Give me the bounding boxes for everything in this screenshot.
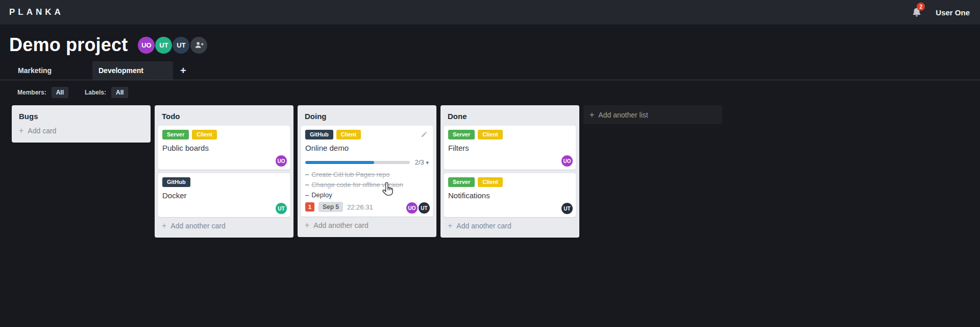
task-dash: – [305, 171, 309, 178]
task-list: –Create GitHub Pages repo–Change code fo… [305, 171, 429, 199]
board: Bugs+Add cardTodoServerClientPublic boar… [0, 104, 980, 327]
card-members: UO [560, 155, 573, 167]
card-member-avatar[interactable]: UT [561, 203, 573, 214]
list-todo: TodoServerClientPublic boardsUOGitHubDoc… [155, 105, 293, 238]
tasks-progress: 2/3 ▾ [305, 158, 429, 166]
user-menu[interactable]: User One [936, 8, 970, 17]
card-name: Notifications [448, 191, 572, 200]
task-item[interactable]: –Change code for offline version [305, 181, 429, 189]
list-title[interactable]: Bugs [15, 105, 147, 126]
card-notification-badge: 1 [305, 202, 314, 212]
tasks-count-toggle[interactable]: 2/3 ▾ [415, 158, 429, 166]
card-labels: ServerClient [448, 177, 572, 187]
add-card-label: Add another card [456, 222, 511, 230]
card-members: UT [560, 203, 573, 214]
notifications-button[interactable]: 2 [911, 6, 922, 18]
top-bar: PLANKA 2 User One [0, 0, 980, 25]
task-text: Create GitHub Pages repo [311, 171, 389, 178]
project-member-avatar[interactable]: UT [155, 37, 172, 54]
app-logo[interactable]: PLANKA [9, 7, 64, 17]
card-member-avatar[interactable]: UO [276, 155, 287, 167]
members-filter-value[interactable]: All [52, 87, 68, 98]
add-list-button[interactable]: +Add another list [583, 105, 722, 124]
task-text: Change code for offline version [311, 181, 403, 189]
tab-marketing[interactable]: Marketing [12, 61, 92, 80]
labels-filter-value[interactable]: All [111, 87, 128, 98]
tabs-container: MarketingDevelopment [12, 61, 173, 80]
list-title[interactable]: Todo [158, 105, 290, 126]
pencil-icon [421, 131, 428, 138]
plus-icon: + [448, 222, 452, 230]
label-chip[interactable]: Client [478, 130, 503, 139]
label-chip[interactable]: GitHub [162, 177, 190, 187]
card-member-avatar[interactable]: UO [561, 155, 573, 167]
card-members: UT [275, 203, 287, 214]
progress-bar [305, 161, 410, 164]
members-filter-label: Members: [17, 89, 46, 96]
task-item[interactable]: –Deploy [305, 191, 429, 199]
list-doing: DoingGitHubClientOnline demo2/3 ▾–Create… [298, 105, 436, 237]
card-members: UO [275, 155, 287, 167]
label-chip[interactable]: Client [336, 130, 361, 139]
project-header: Demo project UOUTUT [0, 25, 980, 58]
card-members: UOUT [405, 202, 430, 214]
task-text: Deploy [311, 191, 332, 199]
add-member-button[interactable] [190, 37, 207, 54]
progress-bar-fill [305, 161, 374, 164]
timer-badge[interactable]: 22:26:31 [347, 203, 373, 211]
tab-development[interactable]: Development [92, 61, 173, 80]
label-chip[interactable]: Server [448, 130, 475, 139]
chevron-down-icon: ▾ [426, 159, 429, 166]
planka-app: PLANKA 2 User One Demo project UOUTUT Ma… [0, 0, 980, 327]
list-done: DoneServerClientFiltersUOServerClientNot… [440, 105, 579, 238]
add-card-button[interactable]: +Add another card [301, 220, 372, 237]
due-date-badge[interactable]: Sep 5 [318, 202, 343, 212]
task-dash: – [305, 181, 309, 189]
list-bugs: Bugs+Add card [12, 105, 151, 143]
filters-bar: Members: All Labels: All [0, 87, 980, 98]
card-name: Filters [448, 144, 572, 152]
card-name: Online demo [305, 144, 429, 152]
add-card-button[interactable]: +Add another card [158, 221, 229, 238]
edit-card-button[interactable] [420, 130, 429, 141]
card-labels: ServerClient [448, 130, 572, 139]
topbar-right: 2 User One [911, 6, 970, 18]
labels-filter-label: Labels: [85, 89, 106, 96]
add-list-label: Add another list [598, 111, 648, 119]
plus-icon: + [305, 221, 309, 229]
card-member-avatar[interactable]: UT [276, 203, 287, 214]
tabs-divider [0, 80, 980, 80]
list-title[interactable]: Doing [301, 105, 433, 126]
card[interactable]: ServerClientPublic boardsUO [158, 126, 290, 170]
project-title[interactable]: Demo project [9, 34, 128, 56]
card[interactable]: GitHubClientOnline demo2/3 ▾–Create GitH… [301, 126, 433, 217]
card-member-avatar[interactable]: UO [406, 202, 418, 214]
add-card-label: Add card [28, 127, 56, 135]
notification-count-badge: 2 [917, 3, 925, 11]
add-card-button[interactable]: +Add another card [444, 221, 515, 238]
card-labels: GitHubClient [305, 130, 429, 139]
label-chip[interactable]: Server [448, 177, 475, 187]
add-card-button[interactable]: +Add card [15, 126, 60, 143]
label-chip[interactable]: GitHub [305, 130, 333, 139]
card[interactable]: ServerClientNotificationsUT [444, 173, 576, 217]
project-member-avatar[interactable]: UT [173, 37, 189, 54]
add-board-button[interactable]: + [173, 61, 193, 80]
plus-icon: + [162, 222, 166, 230]
label-chip[interactable]: Server [162, 130, 189, 139]
task-item[interactable]: –Create GitHub Pages repo [305, 171, 429, 178]
card-member-avatar[interactable]: UT [419, 202, 430, 214]
task-dash: – [305, 191, 309, 199]
plus-icon: + [19, 127, 23, 135]
project-members: UOUTUT [138, 37, 190, 54]
add-card-label: Add another card [313, 221, 368, 229]
card[interactable]: ServerClientFiltersUO [444, 126, 576, 170]
card-labels: GitHub [162, 177, 286, 187]
card-labels: ServerClient [162, 130, 286, 139]
card-name: Public boards [162, 144, 286, 152]
card[interactable]: GitHubDockerUT [158, 173, 290, 217]
label-chip[interactable]: Client [478, 177, 503, 187]
label-chip[interactable]: Client [192, 130, 217, 139]
list-title[interactable]: Done [444, 105, 576, 126]
project-member-avatar[interactable]: UO [138, 37, 155, 54]
